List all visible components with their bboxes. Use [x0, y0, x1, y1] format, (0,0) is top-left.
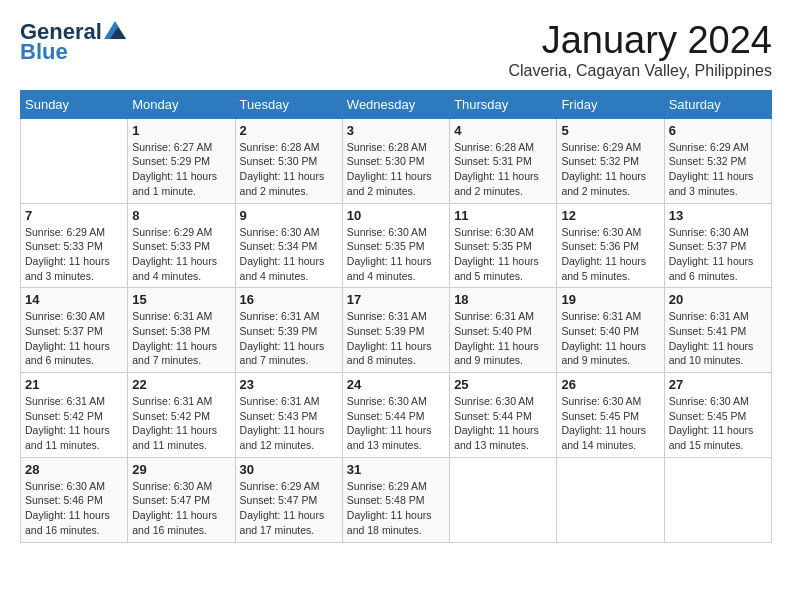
info-line-0: Sunrise: 6:31 AM [454, 310, 534, 322]
day-info: Sunrise: 6:30 AMSunset: 5:44 PMDaylight:… [347, 394, 445, 453]
info-line-1: Sunset: 5:36 PM [561, 240, 639, 252]
day-info: Sunrise: 6:29 AMSunset: 5:48 PMDaylight:… [347, 479, 445, 538]
day-cell-28: 28Sunrise: 6:30 AMSunset: 5:46 PMDayligh… [21, 457, 128, 542]
day-number: 1 [132, 123, 230, 138]
info-line-2: Daylight: 11 hours and 17 minutes. [240, 509, 325, 536]
day-cell-21: 21Sunrise: 6:31 AMSunset: 5:42 PMDayligh… [21, 373, 128, 458]
empty-cell [21, 118, 128, 203]
info-line-2: Daylight: 11 hours and 4 minutes. [240, 255, 325, 282]
empty-cell [557, 457, 664, 542]
info-line-0: Sunrise: 6:30 AM [454, 226, 534, 238]
info-line-0: Sunrise: 6:27 AM [132, 141, 212, 153]
week-row-3: 14Sunrise: 6:30 AMSunset: 5:37 PMDayligh… [21, 288, 772, 373]
day-number: 29 [132, 462, 230, 477]
day-info: Sunrise: 6:28 AMSunset: 5:30 PMDaylight:… [347, 140, 445, 199]
info-line-0: Sunrise: 6:31 AM [25, 395, 105, 407]
day-number: 14 [25, 292, 123, 307]
info-line-2: Daylight: 11 hours and 13 minutes. [347, 424, 432, 451]
day-number: 12 [561, 208, 659, 223]
day-number: 22 [132, 377, 230, 392]
info-line-2: Daylight: 11 hours and 6 minutes. [669, 255, 754, 282]
info-line-1: Sunset: 5:35 PM [347, 240, 425, 252]
info-line-2: Daylight: 11 hours and 8 minutes. [347, 340, 432, 367]
info-line-1: Sunset: 5:37 PM [669, 240, 747, 252]
day-info: Sunrise: 6:31 AMSunset: 5:39 PMDaylight:… [347, 309, 445, 368]
empty-cell [664, 457, 771, 542]
day-number: 28 [25, 462, 123, 477]
week-row-2: 7Sunrise: 6:29 AMSunset: 5:33 PMDaylight… [21, 203, 772, 288]
week-row-5: 28Sunrise: 6:30 AMSunset: 5:46 PMDayligh… [21, 457, 772, 542]
page-header: General Blue January 2024 Claveria, Caga… [20, 20, 772, 80]
day-number: 10 [347, 208, 445, 223]
info-line-2: Daylight: 11 hours and 4 minutes. [132, 255, 217, 282]
day-number: 15 [132, 292, 230, 307]
info-line-1: Sunset: 5:46 PM [25, 494, 103, 506]
day-info: Sunrise: 6:30 AMSunset: 5:35 PMDaylight:… [454, 225, 552, 284]
info-line-2: Daylight: 11 hours and 2 minutes. [454, 170, 539, 197]
day-number: 17 [347, 292, 445, 307]
info-line-1: Sunset: 5:33 PM [132, 240, 210, 252]
day-info: Sunrise: 6:29 AMSunset: 5:33 PMDaylight:… [25, 225, 123, 284]
day-info: Sunrise: 6:30 AMSunset: 5:36 PMDaylight:… [561, 225, 659, 284]
day-info: Sunrise: 6:31 AMSunset: 5:38 PMDaylight:… [132, 309, 230, 368]
day-info: Sunrise: 6:31 AMSunset: 5:41 PMDaylight:… [669, 309, 767, 368]
info-line-2: Daylight: 11 hours and 2 minutes. [240, 170, 325, 197]
day-cell-7: 7Sunrise: 6:29 AMSunset: 5:33 PMDaylight… [21, 203, 128, 288]
day-cell-11: 11Sunrise: 6:30 AMSunset: 5:35 PMDayligh… [450, 203, 557, 288]
info-line-2: Daylight: 11 hours and 16 minutes. [132, 509, 217, 536]
day-info: Sunrise: 6:31 AMSunset: 5:43 PMDaylight:… [240, 394, 338, 453]
day-info: Sunrise: 6:30 AMSunset: 5:35 PMDaylight:… [347, 225, 445, 284]
day-number: 9 [240, 208, 338, 223]
day-info: Sunrise: 6:29 AMSunset: 5:32 PMDaylight:… [561, 140, 659, 199]
info-line-1: Sunset: 5:42 PM [25, 410, 103, 422]
day-info: Sunrise: 6:31 AMSunset: 5:42 PMDaylight:… [132, 394, 230, 453]
day-number: 5 [561, 123, 659, 138]
day-cell-19: 19Sunrise: 6:31 AMSunset: 5:40 PMDayligh… [557, 288, 664, 373]
day-number: 30 [240, 462, 338, 477]
day-cell-27: 27Sunrise: 6:30 AMSunset: 5:45 PMDayligh… [664, 373, 771, 458]
info-line-0: Sunrise: 6:29 AM [25, 226, 105, 238]
info-line-2: Daylight: 11 hours and 2 minutes. [561, 170, 646, 197]
info-line-2: Daylight: 11 hours and 10 minutes. [669, 340, 754, 367]
day-cell-3: 3Sunrise: 6:28 AMSunset: 5:30 PMDaylight… [342, 118, 449, 203]
info-line-1: Sunset: 5:32 PM [669, 155, 747, 167]
day-info: Sunrise: 6:29 AMSunset: 5:33 PMDaylight:… [132, 225, 230, 284]
info-line-0: Sunrise: 6:29 AM [669, 141, 749, 153]
info-line-1: Sunset: 5:33 PM [25, 240, 103, 252]
info-line-1: Sunset: 5:31 PM [454, 155, 532, 167]
info-line-1: Sunset: 5:43 PM [240, 410, 318, 422]
info-line-1: Sunset: 5:29 PM [132, 155, 210, 167]
day-info: Sunrise: 6:30 AMSunset: 5:45 PMDaylight:… [669, 394, 767, 453]
info-line-2: Daylight: 11 hours and 6 minutes. [25, 340, 110, 367]
day-cell-14: 14Sunrise: 6:30 AMSunset: 5:37 PMDayligh… [21, 288, 128, 373]
info-line-2: Daylight: 11 hours and 1 minute. [132, 170, 217, 197]
info-line-2: Daylight: 11 hours and 9 minutes. [454, 340, 539, 367]
day-number: 19 [561, 292, 659, 307]
day-info: Sunrise: 6:28 AMSunset: 5:31 PMDaylight:… [454, 140, 552, 199]
day-number: 3 [347, 123, 445, 138]
info-line-0: Sunrise: 6:31 AM [132, 310, 212, 322]
info-line-2: Daylight: 11 hours and 5 minutes. [454, 255, 539, 282]
info-line-2: Daylight: 11 hours and 2 minutes. [347, 170, 432, 197]
info-line-2: Daylight: 11 hours and 12 minutes. [240, 424, 325, 451]
logo-icon [104, 21, 126, 39]
day-cell-31: 31Sunrise: 6:29 AMSunset: 5:48 PMDayligh… [342, 457, 449, 542]
day-cell-26: 26Sunrise: 6:30 AMSunset: 5:45 PMDayligh… [557, 373, 664, 458]
day-number: 25 [454, 377, 552, 392]
info-line-1: Sunset: 5:40 PM [561, 325, 639, 337]
info-line-1: Sunset: 5:34 PM [240, 240, 318, 252]
info-line-0: Sunrise: 6:31 AM [669, 310, 749, 322]
day-number: 2 [240, 123, 338, 138]
header-cell-sunday: Sunday [21, 90, 128, 118]
info-line-2: Daylight: 11 hours and 16 minutes. [25, 509, 110, 536]
day-number: 20 [669, 292, 767, 307]
day-cell-8: 8Sunrise: 6:29 AMSunset: 5:33 PMDaylight… [128, 203, 235, 288]
day-cell-1: 1Sunrise: 6:27 AMSunset: 5:29 PMDaylight… [128, 118, 235, 203]
week-row-4: 21Sunrise: 6:31 AMSunset: 5:42 PMDayligh… [21, 373, 772, 458]
day-info: Sunrise: 6:31 AMSunset: 5:40 PMDaylight:… [454, 309, 552, 368]
info-line-2: Daylight: 11 hours and 11 minutes. [25, 424, 110, 451]
info-line-0: Sunrise: 6:29 AM [240, 480, 320, 492]
info-line-0: Sunrise: 6:29 AM [132, 226, 212, 238]
month-title: January 2024 [508, 20, 772, 62]
header-cell-thursday: Thursday [450, 90, 557, 118]
